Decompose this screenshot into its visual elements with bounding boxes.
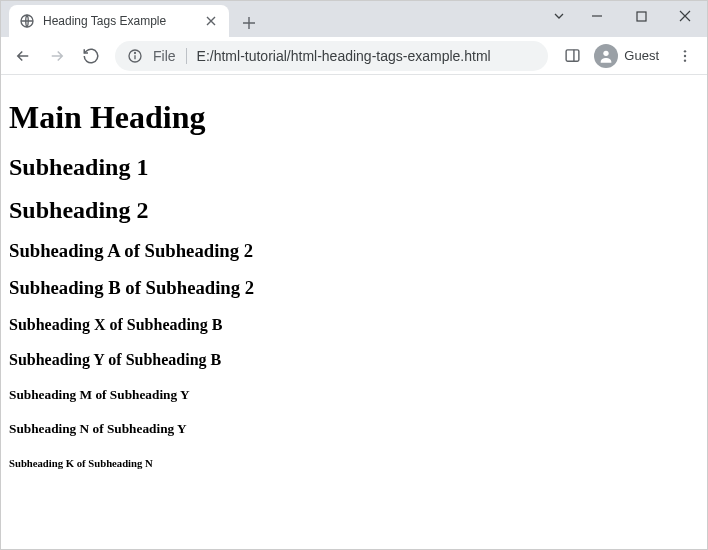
heading-h2: Subheading 1 — [9, 154, 699, 181]
close-window-button[interactable] — [663, 1, 707, 31]
window-controls — [543, 1, 707, 31]
url-text: E:/html-tutorial/html-heading-tags-examp… — [197, 48, 491, 64]
chevron-down-icon[interactable] — [543, 1, 575, 31]
heading-h5: Subheading N of Subheading Y — [9, 421, 699, 437]
new-tab-button[interactable] — [235, 9, 263, 37]
side-panel-icon[interactable] — [556, 40, 588, 72]
svg-rect-5 — [566, 50, 579, 61]
toolbar-right: Guest — [556, 40, 701, 72]
maximize-button[interactable] — [619, 1, 663, 31]
heading-h1: Main Heading — [9, 99, 699, 136]
toolbar: File E:/html-tutorial/html-heading-tags-… — [1, 37, 707, 75]
profile-label: Guest — [624, 48, 659, 63]
info-icon[interactable] — [127, 48, 143, 64]
avatar-icon — [594, 44, 618, 68]
menu-icon[interactable] — [669, 40, 701, 72]
heading-h2: Subheading 2 — [9, 197, 699, 224]
browser-tab[interactable]: Heading Tags Example — [9, 5, 229, 37]
close-tab-icon[interactable] — [203, 13, 219, 29]
profile-button[interactable]: Guest — [592, 42, 665, 70]
svg-point-8 — [684, 50, 686, 52]
heading-h4: Subheading Y of Subheading B — [9, 351, 699, 369]
heading-h6: Subheading K of Subheading N — [9, 457, 699, 469]
heading-h3: Subheading B of Subheading 2 — [9, 277, 699, 299]
forward-button[interactable] — [41, 40, 73, 72]
address-bar[interactable]: File E:/html-tutorial/html-heading-tags-… — [115, 41, 548, 71]
titlebar: Heading Tags Example — [1, 1, 707, 37]
svg-point-9 — [684, 54, 686, 56]
svg-point-4 — [135, 52, 136, 53]
minimize-button[interactable] — [575, 1, 619, 31]
svg-rect-1 — [637, 12, 646, 21]
globe-icon — [19, 13, 35, 29]
svg-point-7 — [604, 50, 609, 55]
tab-title: Heading Tags Example — [43, 14, 195, 28]
svg-point-10 — [684, 59, 686, 61]
heading-h4: Subheading X of Subheading B — [9, 316, 699, 334]
url-divider — [186, 48, 187, 64]
heading-h3: Subheading A of Subheading 2 — [9, 240, 699, 262]
reload-button[interactable] — [75, 40, 107, 72]
back-button[interactable] — [7, 40, 39, 72]
heading-h5: Subheading M of Subheading Y — [9, 387, 699, 403]
page-content: Main Heading Subheading 1 Subheading 2 S… — [1, 75, 707, 495]
url-scheme-label: File — [153, 48, 176, 64]
